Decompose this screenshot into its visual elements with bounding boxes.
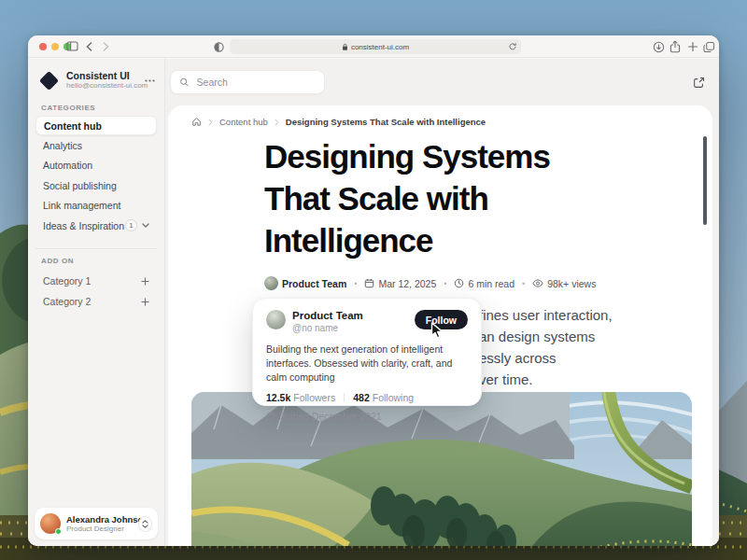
home-icon[interactable]	[191, 117, 202, 127]
chevron-right-icon	[208, 119, 213, 126]
addon-section-label: ADD ON	[41, 257, 157, 265]
meta-separator: •	[522, 279, 525, 288]
reload-icon[interactable]	[508, 42, 517, 51]
calendar-icon	[266, 412, 275, 421]
browser-chrome: consistent-ui.com	[28, 35, 719, 58]
article-title: Designing Systems That Scale with Intell…	[264, 135, 550, 261]
close-window-button[interactable]	[39, 43, 47, 50]
author-avatar	[264, 276, 278, 290]
sidebar-item-automation[interactable]: Automation	[35, 156, 157, 176]
meta-separator: •	[354, 279, 357, 288]
workspace-menu-icon[interactable]	[145, 79, 155, 82]
following-count: 482	[353, 392, 370, 403]
share-icon[interactable]	[669, 40, 681, 53]
author-chip[interactable]: Product Team	[264, 276, 346, 290]
search-input[interactable]	[195, 76, 316, 89]
minimize-window-button[interactable]	[51, 43, 59, 50]
sidebar-toggle-icon[interactable]	[66, 41, 78, 51]
chevron-down-icon	[142, 223, 149, 228]
address-url: consistent-ui.com	[351, 43, 409, 51]
mouse-cursor	[430, 322, 444, 340]
sidebar-item-link-management[interactable]: Link management	[35, 196, 157, 217]
clock-icon	[454, 278, 464, 288]
article-meta: Product Team • Mar 12, 2025 • 6 min read	[264, 276, 596, 290]
breadcrumb-content-hub[interactable]: Content hub	[219, 117, 268, 127]
export-page-icon[interactable]	[692, 76, 706, 90]
followers-count: 12.5k	[266, 392, 290, 403]
view-count: 98k+ views	[532, 278, 596, 289]
search-bar[interactable]	[170, 70, 325, 94]
search-icon	[179, 77, 190, 88]
breadcrumb-current-page: Designing Systems That Scale with Intell…	[286, 117, 486, 127]
chevron-right-icon	[275, 119, 279, 126]
profile-handle: @no name	[292, 322, 363, 334]
profile-hover-card: Product Team @no name Follow Building th…	[252, 298, 482, 406]
new-tab-icon[interactable]	[687, 41, 698, 52]
sidebar: Consistent UI hello@consistent-ui.com CA…	[28, 59, 165, 546]
eye-icon	[532, 278, 543, 288]
forward-icon[interactable]	[103, 42, 109, 51]
user-avatar	[40, 513, 61, 534]
addon-category-2[interactable]: Category 2	[35, 291, 157, 312]
addon-section: ADD ON Category 1 Category 2	[35, 248, 157, 312]
user-name: Alexandra Johnson	[66, 514, 138, 525]
sidebar-item-analytics[interactable]: Analytics	[35, 135, 157, 156]
browser-window: consistent-ui.com	[28, 35, 719, 546]
vertical-scrollbar[interactable]	[703, 136, 707, 225]
publish-date: Mar 12, 2025	[364, 278, 436, 289]
app-shell: Consistent UI hello@consistent-ui.com CA…	[28, 59, 719, 546]
calendar-icon	[364, 278, 374, 288]
meta-separator: •	[444, 279, 446, 288]
author-name: Product Team	[282, 278, 346, 289]
sidebar-item-content-hub[interactable]: Content hub	[35, 116, 157, 135]
profile-avatar	[266, 310, 286, 329]
profile-joined: Joined December 2021	[266, 411, 468, 422]
profile-bio: Building the next generation of intellig…	[266, 343, 468, 385]
workspace-switcher[interactable]: Consistent UI hello@consistent-ui.com	[39, 70, 155, 91]
stats-divider	[344, 393, 345, 402]
sidebar-item-ideas-inspiration[interactable]: Ideas & Inspiration 1	[35, 216, 157, 236]
address-bar[interactable]: consistent-ui.com	[230, 39, 521, 54]
screenshot-stage: consistent-ui.com	[0, 0, 747, 560]
profile-name: Product Team	[292, 310, 363, 322]
followers-label: Followers	[293, 392, 335, 403]
addon-category-1[interactable]: Category 1	[35, 271, 157, 291]
read-time: 6 min read	[454, 278, 514, 289]
downloads-icon[interactable]	[653, 41, 665, 53]
tab-overview-icon[interactable]	[703, 41, 715, 53]
lock-icon	[342, 43, 348, 51]
categories-section-label: CATEGORIES	[41, 104, 95, 112]
add-category-icon[interactable]	[141, 298, 149, 306]
privacy-shield-icon[interactable]	[214, 42, 224, 52]
following-label: Following	[373, 392, 414, 403]
brand-logo	[39, 70, 59, 90]
sidebar-item-social-publishing[interactable]: Social publishing	[35, 175, 157, 196]
main-area: Content hub Designing Systems That Scale…	[165, 59, 719, 546]
brand-name: Consistent UI	[66, 70, 145, 81]
user-role: Product Designer	[66, 525, 138, 534]
content-panel: Content hub Designing Systems That Scale…	[168, 105, 712, 546]
profile-stats: 12.5k Followers 482 Following	[266, 392, 468, 403]
add-category-icon[interactable]	[141, 277, 149, 286]
count-badge: 1	[125, 219, 137, 231]
online-status-dot	[55, 528, 62, 535]
brand-email: hello@consistent-ui.com	[66, 81, 145, 91]
current-user-card[interactable]: Alexandra Johnson Product Designer	[35, 508, 158, 539]
back-icon[interactable]	[86, 42, 92, 51]
breadcrumb: Content hub Designing Systems That Scale…	[191, 117, 486, 127]
sidebar-nav: Content hub Analytics Automation Social …	[35, 116, 157, 236]
user-menu-icon[interactable]	[138, 516, 152, 532]
article-body-text: fines user interaction, an design system…	[479, 304, 613, 390]
